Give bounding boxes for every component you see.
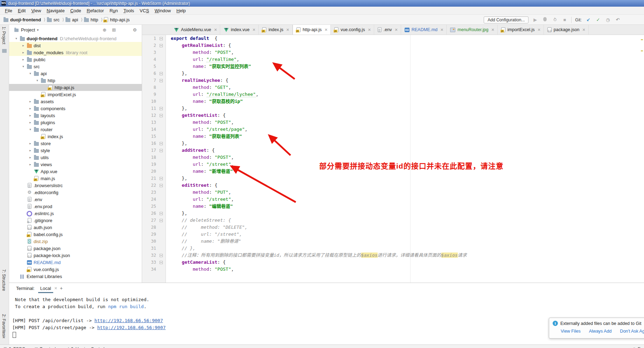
close-icon[interactable]: ✕ [395, 28, 398, 32]
tree-item-http-api.js[interactable]: http-api.js [9, 84, 142, 91]
terminal-cursor[interactable] [13, 332, 16, 338]
chevron-right-icon[interactable]: ▸ [20, 51, 27, 54]
menu-vcs[interactable]: VCS [137, 8, 152, 13]
tree-item-.env[interactable]: .env [9, 196, 142, 203]
favorites-star-icon[interactable]: ★ [2, 334, 6, 340]
menu-window[interactable]: Window [152, 8, 174, 13]
chevron-down-icon[interactable]: ▾ [13, 37, 20, 40]
menu-navigate[interactable]: Navigate [44, 8, 67, 13]
tree-item-.gitignore[interactable]: .gitignore [9, 217, 142, 224]
fold-collapse-icon[interactable] [160, 184, 163, 187]
fold-collapse-icon[interactable] [160, 219, 163, 222]
statusbar-terminal[interactable]: ▣Terminal [34, 347, 56, 348]
tree-item-router[interactable]: ▾router [9, 126, 142, 133]
commit-icon[interactable]: ✓ [595, 17, 601, 22]
revert-icon[interactable]: ↶ [615, 17, 621, 22]
fold-end-icon[interactable] [160, 177, 163, 180]
statusbar-event-log[interactable]: ◉Ev [632, 347, 643, 348]
tree-item-store[interactable]: ▸store [9, 140, 142, 147]
breadcrumb-item-http[interactable]: http [84, 17, 98, 22]
collapse-all-icon[interactable]: ⊞ [112, 27, 116, 33]
code-editor[interactable]: 1234567891011121314151617181920212223242… [142, 35, 644, 283]
tree-item-.editorconfig[interactable]: ⚙.editorconfig [9, 189, 142, 196]
tree-item-.env.prod[interactable]: .env.prod [9, 203, 142, 210]
close-icon[interactable]: ✕ [491, 28, 495, 32]
tab-importExcel.js[interactable]: importExcel.js✕ [498, 25, 544, 35]
fold-end-icon[interactable] [160, 212, 163, 215]
tab-.env[interactable]: .env✕ [374, 25, 401, 35]
tree-item-vue.config.js[interactable]: vue.config.js [9, 266, 142, 273]
tree-item-External Libraries[interactable]: External Libraries [9, 273, 142, 280]
run-coverage-icon[interactable]: ⥁ [552, 17, 558, 22]
chevron-down-icon[interactable]: ▾ [20, 65, 27, 68]
tree-item-node_modules[interactable]: ▸node_moduleslibrary root [9, 49, 142, 56]
menu-edit[interactable]: Edit [15, 8, 28, 13]
update-project-icon[interactable]: ↙ [585, 17, 592, 22]
tree-item-style[interactable]: ▸style [9, 147, 142, 154]
tree-item-package.json[interactable]: package.json [9, 245, 142, 252]
tree-item-utils[interactable]: ▸utils [9, 154, 142, 161]
close-icon[interactable]: ✕ [324, 28, 328, 32]
menu-tools[interactable]: Tools [121, 8, 137, 13]
statusbar-6-todo[interactable]: ☰6: TODO [4, 347, 25, 348]
chevron-right-icon[interactable]: ▸ [27, 100, 34, 103]
fold-collapse-icon[interactable] [160, 261, 163, 264]
tree-item-.eslintrc.js[interactable]: .eslintrc.js [9, 210, 142, 217]
chevron-right-icon[interactable]: ▸ [27, 107, 34, 110]
breadcrumb-item-src[interactable]: src [47, 17, 59, 22]
tab-package.json[interactable]: package.json✕ [544, 25, 589, 35]
menu-code[interactable]: Code [68, 8, 84, 13]
tree-item-duoji-frontend[interactable]: ▾duoji-frontendD:\zheheWeb\duoji-fronten… [9, 35, 142, 42]
statusbar-9-version-control[interactable]: ⎇9: Version Control [65, 347, 104, 348]
close-icon[interactable]: ✕ [440, 28, 443, 32]
breadcrumb-item-http-api.js[interactable]: http-api.js [104, 17, 130, 22]
project-panel-header[interactable]: Project ▾ ⊕ ⊞ ⚙ [9, 25, 142, 35]
chevron-down-icon[interactable]: ▾ [27, 128, 34, 131]
tree-item-dist[interactable]: ▸dist [9, 42, 142, 49]
terminal-link[interactable]: http://192.168.66.56:9007 [97, 325, 166, 330]
tree-item-App.vue[interactable]: App.vue [9, 168, 142, 175]
chevron-right-icon[interactable]: ▸ [20, 58, 27, 61]
stripe-structure-button[interactable]: 7: Structure [1, 269, 6, 291]
tab-AsideMenu.vue[interactable]: AsideMenu.vue✕ [170, 25, 220, 35]
stripe-favorites-button[interactable]: 2: Favorites [1, 314, 6, 336]
tree-item-api[interactable]: ▾api [9, 70, 142, 77]
fold-end-icon[interactable] [160, 142, 163, 145]
notification-balloon[interactable]: i Externally added files can be added to… [549, 318, 644, 339]
tree-item-components[interactable]: ▸components [9, 105, 142, 112]
add-configuration-button[interactable]: Add Configuration... [484, 16, 528, 23]
tree-item-plugins[interactable]: ▸plugins [9, 119, 142, 126]
close-icon[interactable]: ✕ [538, 28, 541, 32]
run-icon[interactable]: ▶ [532, 17, 538, 22]
tab-menuRouter.jpg[interactable]: menuRouter.jpg✕ [447, 25, 497, 35]
tree-item-importExcel.js[interactable]: importExcel.js [9, 91, 142, 98]
notification-action-always-add[interactable]: Always Add [589, 329, 612, 334]
tab-vue.config.js[interactable]: vue.config.js✕ [331, 25, 374, 35]
breadcrumb-item-api[interactable]: api [65, 17, 78, 22]
title-bar[interactable]: WS duoji-frontend [D:\zheheWeb\duoji-fro… [0, 0, 644, 7]
tree-item-dist.zip[interactable]: dist.zip [9, 238, 142, 245]
close-icon[interactable]: ✕ [286, 28, 289, 32]
tree-item-views[interactable]: ▸views [9, 161, 142, 168]
terminal-link[interactable]: http://192.168.66.56:9007 [94, 318, 163, 323]
close-icon[interactable]: ✕ [582, 28, 585, 32]
tree-item-babel.config.js[interactable]: babel.config.js [9, 231, 142, 238]
history-clock-icon[interactable]: ◷ [605, 17, 611, 22]
tab-README.md[interactable]: MDREADME.md✕ [401, 25, 447, 35]
tree-item-README.md[interactable]: MDREADME.md [9, 259, 142, 266]
tree-item-http[interactable]: ▾http [9, 77, 142, 84]
fold-collapse-icon[interactable] [160, 44, 163, 47]
tree-item-index.js[interactable]: index.js [9, 133, 142, 140]
tree-item-.browserslistrc[interactable]: .browserslistrc [9, 182, 142, 189]
menu-help[interactable]: Help [174, 8, 189, 13]
chevron-right-icon[interactable]: ▸ [27, 142, 34, 145]
chevron-right-icon[interactable]: ▸ [27, 121, 34, 124]
close-icon[interactable]: ✕ [214, 28, 217, 32]
notification-action-don-t-ask-again[interactable]: Don't Ask Again [620, 329, 644, 334]
breadcrumb-item-duoji-frontend[interactable]: duoji-frontend [4, 17, 41, 22]
chevron-right-icon[interactable]: ▸ [20, 44, 27, 47]
fold-collapse-icon[interactable] [160, 114, 163, 117]
tab-index.vue[interactable]: index.vue✕ [220, 25, 259, 35]
notification-action-view-files[interactable]: View Files [561, 329, 581, 334]
debug-bug-icon[interactable] [542, 17, 548, 22]
